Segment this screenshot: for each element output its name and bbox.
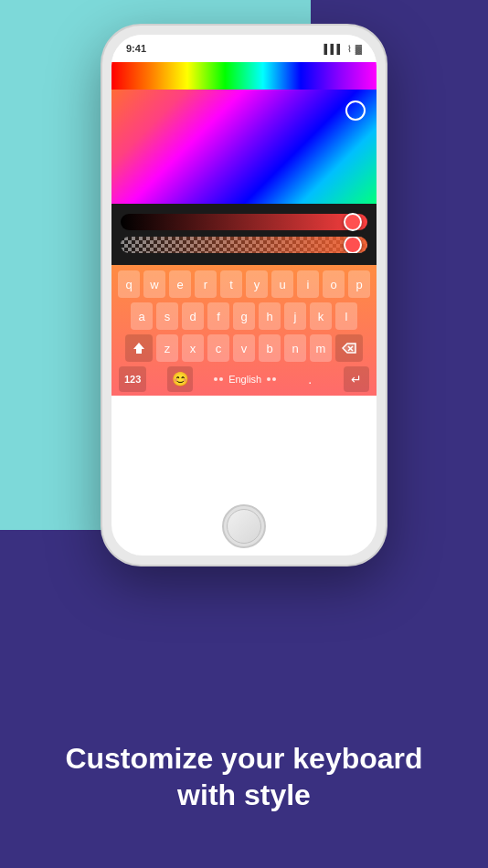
home-button[interactable] xyxy=(222,504,266,548)
svg-marker-0 xyxy=(133,343,144,354)
signal-icon: ▌▌▌ xyxy=(324,44,343,54)
key-t[interactable]: t xyxy=(220,270,242,298)
key-l[interactable]: l xyxy=(335,302,357,330)
language-switcher[interactable]: English xyxy=(214,374,276,385)
key-y[interactable]: y xyxy=(246,270,268,298)
numbers-key[interactable]: 123 xyxy=(119,366,146,392)
battery-icon: ▓ xyxy=(355,44,362,54)
language-label: English xyxy=(228,374,261,385)
phone-inner: 9:41 ▌▌▌ ⌇ ▓ xyxy=(111,35,377,556)
key-f[interactable]: f xyxy=(207,302,229,330)
hue-slider-row[interactable] xyxy=(121,214,367,232)
key-o[interactable]: o xyxy=(323,270,345,298)
hue-slider-thumb[interactable] xyxy=(344,213,362,231)
dot-right-2 xyxy=(272,377,276,381)
key-k[interactable]: k xyxy=(310,302,332,330)
return-arrow-icon: ↵ xyxy=(351,372,362,386)
key-row-bottom: 123 😊 English . ↵ xyxy=(115,366,373,392)
keyboard: q w e r t y u i o p a s d f g xyxy=(111,265,377,396)
key-e[interactable]: e xyxy=(169,270,191,298)
key-g[interactable]: g xyxy=(233,302,255,330)
key-x[interactable]: x xyxy=(182,334,204,362)
key-n[interactable]: n xyxy=(284,334,306,362)
key-row-1: q w e r t y u i o p xyxy=(115,270,373,298)
alpha-slider-row[interactable] xyxy=(121,237,367,255)
alpha-slider-thumb[interactable] xyxy=(344,237,362,253)
wifi-icon: ⌇ xyxy=(347,44,352,54)
key-d[interactable]: d xyxy=(182,302,204,330)
home-button-inner xyxy=(227,509,261,544)
backspace-key[interactable] xyxy=(335,334,363,362)
screen: q w e r t y u i o p a s d f g xyxy=(111,62,377,492)
period-label: . xyxy=(308,372,312,386)
color-picker-area[interactable] xyxy=(111,90,377,204)
key-h[interactable]: h xyxy=(259,302,281,330)
key-z[interactable]: z xyxy=(156,334,178,362)
status-bar: 9:41 ▌▌▌ ⌇ ▓ xyxy=(111,35,377,62)
key-m[interactable]: m xyxy=(310,334,332,362)
dot-right-1 xyxy=(267,377,271,381)
dot-left-1 xyxy=(214,377,217,381)
dot-left-2 xyxy=(219,377,223,381)
key-c[interactable]: c xyxy=(207,334,229,362)
key-p[interactable]: p xyxy=(348,270,370,298)
shift-key[interactable] xyxy=(125,334,153,362)
alpha-slider-track[interactable] xyxy=(121,237,367,253)
status-icons: ▌▌▌ ⌇ ▓ xyxy=(324,44,362,54)
phone-frame: 9:41 ▌▌▌ ⌇ ▓ xyxy=(102,26,386,565)
key-row-2: a s d f g h j k l xyxy=(115,302,373,330)
key-a[interactable]: a xyxy=(131,302,153,330)
period-key[interactable]: . xyxy=(297,366,323,392)
key-j[interactable]: j xyxy=(284,302,306,330)
color-selector-circle[interactable] xyxy=(345,101,366,121)
hue-slider-track[interactable] xyxy=(121,214,367,230)
status-time: 9:41 xyxy=(126,43,146,54)
sliders-area xyxy=(111,204,377,265)
footer-text-area: Customize your keyboard with style xyxy=(0,740,488,813)
key-i[interactable]: i xyxy=(297,270,319,298)
key-row-3: z x c v b n m xyxy=(115,334,373,362)
key-w[interactable]: w xyxy=(143,270,165,298)
key-s[interactable]: s xyxy=(156,302,178,330)
key-q[interactable]: q xyxy=(118,270,140,298)
key-r[interactable]: r xyxy=(195,270,217,298)
emoji-key[interactable]: 😊 xyxy=(167,366,193,392)
key-b[interactable]: b xyxy=(259,334,281,362)
checker-overlay xyxy=(121,237,367,253)
return-key[interactable]: ↵ xyxy=(344,366,369,392)
rainbow-strip[interactable] xyxy=(111,62,377,90)
bg-bottom xyxy=(0,530,488,868)
key-u[interactable]: u xyxy=(271,270,293,298)
key-v[interactable]: v xyxy=(233,334,255,362)
footer-headline: Customize your keyboard with style xyxy=(37,740,451,813)
